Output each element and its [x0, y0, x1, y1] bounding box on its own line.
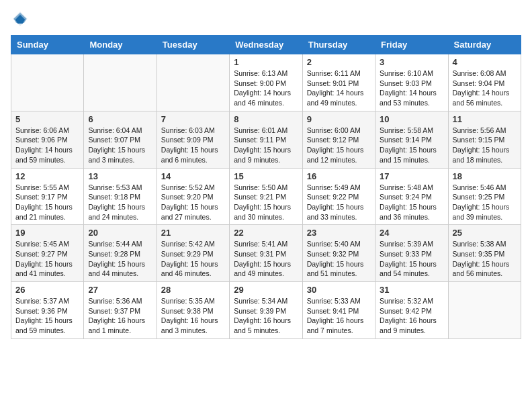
day-number: 8	[234, 114, 298, 124]
day-info: Sunrise: 5:32 AM Sunset: 9:42 PM Dayligh…	[380, 296, 443, 336]
calendar-cell: 23Sunrise: 5:40 AM Sunset: 9:32 PM Dayli…	[302, 225, 375, 282]
calendar-cell: 10Sunrise: 5:58 AM Sunset: 9:14 PM Dayli…	[375, 111, 448, 168]
day-info: Sunrise: 5:36 AM Sunset: 9:37 PM Dayligh…	[88, 296, 152, 336]
logo-icon	[12, 11, 28, 27]
calendar-week-row: 1Sunrise: 6:13 AM Sunset: 9:00 PM Daylig…	[11, 54, 521, 111]
calendar-week-row: 19Sunrise: 5:45 AM Sunset: 9:27 PM Dayli…	[11, 225, 521, 282]
calendar-cell: 16Sunrise: 5:49 AM Sunset: 9:22 PM Dayli…	[302, 168, 375, 225]
calendar-week-row: 5Sunrise: 6:06 AM Sunset: 9:06 PM Daylig…	[11, 111, 521, 168]
calendar-cell: 24Sunrise: 5:39 AM Sunset: 9:33 PM Dayli…	[375, 225, 448, 282]
calendar-cell: 12Sunrise: 5:55 AM Sunset: 9:17 PM Dayli…	[11, 168, 84, 225]
day-info: Sunrise: 5:45 AM Sunset: 9:27 PM Dayligh…	[15, 239, 79, 279]
logo	[11, 11, 31, 27]
day-number: 29	[234, 285, 298, 295]
day-info: Sunrise: 5:35 AM Sunset: 9:38 PM Dayligh…	[161, 296, 225, 336]
calendar-cell	[84, 54, 157, 111]
day-info: Sunrise: 6:10 AM Sunset: 9:03 PM Dayligh…	[380, 68, 443, 108]
calendar-cell: 7Sunrise: 6:03 AM Sunset: 9:09 PM Daylig…	[157, 111, 229, 168]
calendar-cell: 22Sunrise: 5:41 AM Sunset: 9:31 PM Dayli…	[230, 225, 302, 282]
page-header	[11, 11, 521, 27]
day-info: Sunrise: 5:48 AM Sunset: 9:24 PM Dayligh…	[380, 183, 443, 222]
day-info: Sunrise: 5:53 AM Sunset: 9:18 PM Dayligh…	[88, 183, 152, 222]
weekday-header-friday: Friday	[375, 36, 448, 54]
day-info: Sunrise: 5:46 AM Sunset: 9:25 PM Dayligh…	[453, 183, 517, 222]
calendar-cell: 4Sunrise: 6:08 AM Sunset: 9:04 PM Daylig…	[448, 54, 521, 111]
day-info: Sunrise: 5:37 AM Sunset: 9:36 PM Dayligh…	[15, 296, 79, 336]
calendar-cell	[11, 54, 84, 111]
day-number: 2	[307, 57, 371, 67]
day-number: 14	[161, 171, 225, 181]
day-info: Sunrise: 5:39 AM Sunset: 9:33 PM Dayligh…	[380, 239, 443, 279]
day-number: 10	[380, 114, 443, 124]
calendar-cell: 11Sunrise: 5:56 AM Sunset: 9:15 PM Dayli…	[448, 111, 521, 168]
calendar-cell: 29Sunrise: 5:34 AM Sunset: 9:39 PM Dayli…	[230, 282, 302, 339]
calendar-cell: 25Sunrise: 5:38 AM Sunset: 9:35 PM Dayli…	[448, 225, 521, 282]
calendar-cell: 3Sunrise: 6:10 AM Sunset: 9:03 PM Daylig…	[375, 54, 448, 111]
calendar-week-row: 26Sunrise: 5:37 AM Sunset: 9:36 PM Dayli…	[11, 282, 521, 339]
calendar-cell: 8Sunrise: 6:01 AM Sunset: 9:11 PM Daylig…	[230, 111, 302, 168]
day-number: 22	[234, 228, 298, 238]
day-number: 28	[161, 285, 225, 295]
day-number: 15	[234, 171, 298, 181]
calendar-cell: 31Sunrise: 5:32 AM Sunset: 9:42 PM Dayli…	[375, 282, 448, 339]
calendar-cell: 19Sunrise: 5:45 AM Sunset: 9:27 PM Dayli…	[11, 225, 84, 282]
day-number: 12	[15, 171, 79, 181]
day-number: 25	[453, 228, 517, 238]
day-info: Sunrise: 5:55 AM Sunset: 9:17 PM Dayligh…	[15, 183, 79, 222]
day-info: Sunrise: 5:42 AM Sunset: 9:29 PM Dayligh…	[161, 239, 225, 279]
calendar-cell: 28Sunrise: 5:35 AM Sunset: 9:38 PM Dayli…	[157, 282, 229, 339]
day-info: Sunrise: 6:11 AM Sunset: 9:01 PM Dayligh…	[307, 68, 371, 108]
day-info: Sunrise: 6:03 AM Sunset: 9:09 PM Dayligh…	[161, 126, 225, 165]
day-number: 9	[307, 114, 371, 124]
weekday-header-wednesday: Wednesday	[230, 36, 302, 54]
day-info: Sunrise: 5:34 AM Sunset: 9:39 PM Dayligh…	[234, 296, 298, 336]
day-info: Sunrise: 5:56 AM Sunset: 9:15 PM Dayligh…	[453, 126, 517, 165]
day-info: Sunrise: 5:40 AM Sunset: 9:32 PM Dayligh…	[307, 239, 371, 279]
day-info: Sunrise: 5:58 AM Sunset: 9:14 PM Dayligh…	[380, 126, 443, 165]
calendar-cell: 2Sunrise: 6:11 AM Sunset: 9:01 PM Daylig…	[302, 54, 375, 111]
day-number: 13	[88, 171, 152, 181]
day-number: 17	[380, 171, 443, 181]
day-info: Sunrise: 5:44 AM Sunset: 9:28 PM Dayligh…	[88, 239, 152, 279]
day-info: Sunrise: 5:52 AM Sunset: 9:20 PM Dayligh…	[161, 183, 225, 222]
weekday-header-monday: Monday	[84, 36, 157, 54]
weekday-header-thursday: Thursday	[302, 36, 375, 54]
calendar-cell	[157, 54, 229, 111]
day-info: Sunrise: 6:00 AM Sunset: 9:12 PM Dayligh…	[307, 126, 371, 165]
day-info: Sunrise: 6:08 AM Sunset: 9:04 PM Dayligh…	[453, 68, 517, 108]
calendar-table: SundayMondayTuesdayWednesdayThursdayFrid…	[11, 35, 521, 339]
day-number: 30	[307, 285, 371, 295]
calendar-cell: 21Sunrise: 5:42 AM Sunset: 9:29 PM Dayli…	[157, 225, 229, 282]
weekday-header-sunday: Sunday	[11, 36, 84, 54]
weekday-header-tuesday: Tuesday	[157, 36, 229, 54]
day-info: Sunrise: 6:01 AM Sunset: 9:11 PM Dayligh…	[234, 126, 298, 165]
day-number: 21	[161, 228, 225, 238]
day-info: Sunrise: 5:50 AM Sunset: 9:21 PM Dayligh…	[234, 183, 298, 222]
weekday-header-row: SundayMondayTuesdayWednesdayThursdayFrid…	[11, 36, 521, 54]
calendar-cell	[448, 282, 521, 339]
day-info: Sunrise: 6:04 AM Sunset: 9:07 PM Dayligh…	[88, 126, 152, 165]
calendar-cell: 14Sunrise: 5:52 AM Sunset: 9:20 PM Dayli…	[157, 168, 229, 225]
weekday-header-saturday: Saturday	[448, 36, 521, 54]
day-number: 20	[88, 228, 152, 238]
calendar-week-row: 12Sunrise: 5:55 AM Sunset: 9:17 PM Dayli…	[11, 168, 521, 225]
calendar-cell: 9Sunrise: 6:00 AM Sunset: 9:12 PM Daylig…	[302, 111, 375, 168]
calendar-cell: 18Sunrise: 5:46 AM Sunset: 9:25 PM Dayli…	[448, 168, 521, 225]
day-number: 23	[307, 228, 371, 238]
calendar-cell: 27Sunrise: 5:36 AM Sunset: 9:37 PM Dayli…	[84, 282, 157, 339]
day-info: Sunrise: 5:38 AM Sunset: 9:35 PM Dayligh…	[453, 239, 517, 279]
day-number: 18	[453, 171, 517, 181]
day-number: 16	[307, 171, 371, 181]
day-info: Sunrise: 5:49 AM Sunset: 9:22 PM Dayligh…	[307, 183, 371, 222]
day-info: Sunrise: 6:06 AM Sunset: 9:06 PM Dayligh…	[15, 126, 79, 165]
day-number: 1	[234, 57, 298, 67]
day-number: 24	[380, 228, 443, 238]
calendar-cell: 17Sunrise: 5:48 AM Sunset: 9:24 PM Dayli…	[375, 168, 448, 225]
day-info: Sunrise: 6:13 AM Sunset: 9:00 PM Dayligh…	[234, 68, 298, 108]
day-info: Sunrise: 5:33 AM Sunset: 9:41 PM Dayligh…	[307, 296, 371, 336]
calendar-cell: 15Sunrise: 5:50 AM Sunset: 9:21 PM Dayli…	[230, 168, 302, 225]
calendar-cell: 26Sunrise: 5:37 AM Sunset: 9:36 PM Dayli…	[11, 282, 84, 339]
calendar-cell: 1Sunrise: 6:13 AM Sunset: 9:00 PM Daylig…	[230, 54, 302, 111]
calendar-cell: 6Sunrise: 6:04 AM Sunset: 9:07 PM Daylig…	[84, 111, 157, 168]
day-number: 4	[453, 57, 517, 67]
